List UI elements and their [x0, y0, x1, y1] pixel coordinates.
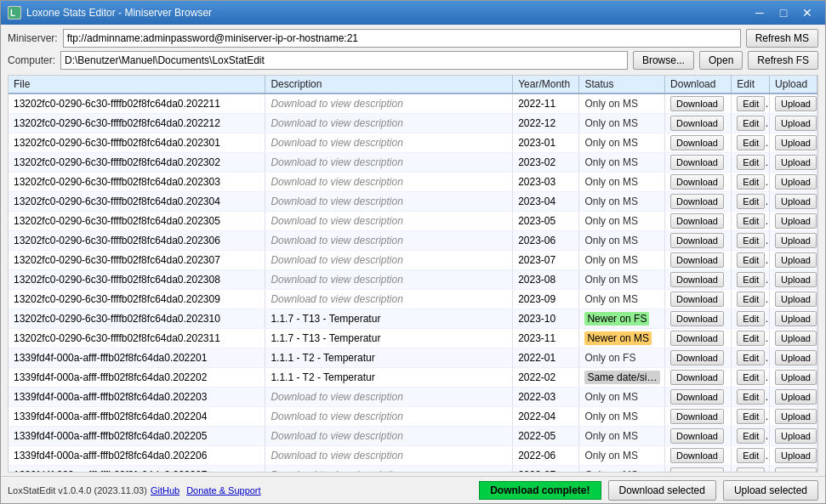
download-button[interactable]: Download — [670, 174, 724, 190]
download-selected-button[interactable]: Download selected — [608, 480, 716, 501]
download-button[interactable]: Download — [670, 233, 724, 248]
cell-file: 13202fc0-0290-6c30-ffffb02f8fc64da0.2023… — [9, 133, 265, 153]
download-button[interactable]: Download — [670, 213, 724, 229]
upload-button[interactable]: Upload — [775, 233, 817, 248]
edit-button[interactable]: Edit — [737, 155, 765, 170]
refresh-fs-button[interactable]: Refresh FS — [748, 51, 818, 70]
edit-button[interactable]: Edit — [737, 233, 765, 248]
edit-button[interactable]: Edit — [737, 96, 765, 111]
status-bar-left: LoxStatEdit v1.0.4.0 (2023.11.03) GitHub… — [8, 485, 472, 496]
download-button[interactable]: Download — [670, 331, 724, 346]
cell-edit: Edit — [732, 212, 770, 231]
download-button[interactable]: Download — [670, 409, 724, 424]
download-button[interactable]: Download — [670, 370, 724, 385]
upload-button[interactable]: Upload — [775, 174, 817, 190]
cell-description: Download to view description — [265, 466, 513, 473]
upload-button[interactable]: Upload — [775, 467, 817, 473]
upload-button[interactable]: Upload — [775, 428, 817, 444]
download-button[interactable]: Download — [670, 272, 724, 287]
cell-status: Only on MS — [579, 212, 665, 231]
upload-button[interactable]: Upload — [775, 155, 817, 170]
computer-input[interactable] — [60, 51, 628, 70]
cell-upload: Upload — [770, 93, 817, 114]
upload-button[interactable]: Upload — [775, 213, 817, 229]
upload-button[interactable]: Upload — [775, 311, 817, 326]
cell-description: 1.1.7 - T13 - Temperatur — [265, 309, 513, 329]
download-button[interactable]: Download — [670, 194, 724, 209]
close-button[interactable]: ✕ — [796, 4, 818, 21]
upload-button[interactable]: Upload — [775, 350, 817, 365]
edit-button[interactable]: Edit — [737, 370, 765, 385]
upload-button[interactable]: Upload — [775, 116, 817, 131]
open-button[interactable]: Open — [699, 51, 743, 70]
cell-file: 1339fd4f-000a-afff-fffb02f8fc64da0.20220… — [9, 348, 265, 368]
edit-button[interactable]: Edit — [737, 448, 765, 463]
download-button[interactable]: Download — [670, 155, 724, 170]
maximize-button[interactable]: □ — [772, 4, 795, 21]
edit-button[interactable]: Edit — [737, 350, 765, 365]
table-body: 13202fc0-0290-6c30-ffffb02f8fc64da0.2022… — [9, 93, 817, 473]
upload-button[interactable]: Upload — [775, 194, 817, 209]
cell-download: Download — [665, 466, 732, 473]
edit-button[interactable]: Edit — [737, 428, 765, 444]
upload-button[interactable]: Upload — [775, 331, 817, 346]
cell-download: Download — [665, 329, 732, 348]
upload-button[interactable]: Upload — [775, 135, 817, 150]
cell-description: 1.1.1 - T2 - Temperatur — [265, 368, 513, 388]
edit-button[interactable]: Edit — [737, 467, 765, 473]
edit-button[interactable]: Edit — [737, 194, 765, 209]
cell-upload: Upload — [770, 192, 817, 212]
upload-button[interactable]: Upload — [775, 370, 817, 385]
download-button[interactable]: Download — [670, 116, 724, 131]
upload-selected-button[interactable]: Upload selected — [723, 480, 818, 501]
edit-button[interactable]: Edit — [737, 331, 765, 346]
download-button[interactable]: Download — [670, 467, 724, 473]
table-row: 13202fc0-0290-6c30-ffffb02f8fc64da0.2023… — [9, 309, 817, 329]
github-link[interactable]: GitHub — [151, 485, 179, 496]
download-button[interactable]: Download — [670, 311, 724, 326]
upload-button[interactable]: Upload — [775, 389, 817, 405]
edit-button[interactable]: Edit — [737, 252, 765, 268]
donate-link[interactable]: Donate & Support — [186, 485, 260, 496]
minimize-button[interactable]: ─ — [749, 4, 771, 21]
download-button[interactable]: Download — [670, 292, 724, 307]
upload-button[interactable]: Upload — [775, 96, 817, 111]
upload-button[interactable]: Upload — [775, 448, 817, 463]
download-button[interactable]: Download — [670, 135, 724, 150]
download-button[interactable]: Download — [670, 96, 724, 111]
download-button[interactable]: Download — [670, 252, 724, 268]
download-button[interactable]: Download — [670, 448, 724, 463]
cell-description: Download to view description — [265, 251, 513, 270]
cell-status: Only on MS — [579, 133, 665, 153]
edit-button[interactable]: Edit — [737, 174, 765, 190]
cell-year: 2022-01 — [513, 348, 579, 368]
cell-description: Download to view description — [265, 93, 513, 114]
upload-button[interactable]: Upload — [775, 272, 817, 287]
miniserver-input[interactable] — [63, 29, 741, 48]
cell-status: Only on MS — [579, 153, 665, 173]
cell-status: Only on MS — [579, 231, 665, 251]
cell-download: Download — [665, 212, 732, 231]
upload-button[interactable]: Upload — [775, 252, 817, 268]
download-button[interactable]: Download — [670, 428, 724, 444]
edit-button[interactable]: Edit — [737, 409, 765, 424]
download-button[interactable]: Download — [670, 350, 724, 365]
table-row: 13202fc0-0290-6c30-ffffb02f8fc64da0.2023… — [9, 329, 817, 348]
edit-button[interactable]: Edit — [737, 116, 765, 131]
cell-status: Only on MS — [579, 290, 665, 309]
cell-download: Download — [665, 133, 732, 153]
cell-upload: Upload — [770, 270, 817, 290]
browse-button[interactable]: Browse... — [633, 51, 694, 70]
edit-button[interactable]: Edit — [737, 311, 765, 326]
upload-button[interactable]: Upload — [775, 292, 817, 307]
table-row: 13202fc0-0290-6c30-ffffb02f8fc64da0.2023… — [9, 231, 817, 251]
edit-button[interactable]: Edit — [737, 389, 765, 405]
download-button[interactable]: Download — [670, 389, 724, 405]
edit-button[interactable]: Edit — [737, 272, 765, 287]
edit-button[interactable]: Edit — [737, 213, 765, 229]
edit-button[interactable]: Edit — [737, 135, 765, 150]
upload-button[interactable]: Upload — [775, 409, 817, 424]
refresh-ms-button[interactable]: Refresh MS — [746, 29, 818, 48]
cell-file: 13202fc0-0290-6c30-ffffb02f8fc64da0.2023… — [9, 212, 265, 231]
edit-button[interactable]: Edit — [737, 292, 765, 307]
